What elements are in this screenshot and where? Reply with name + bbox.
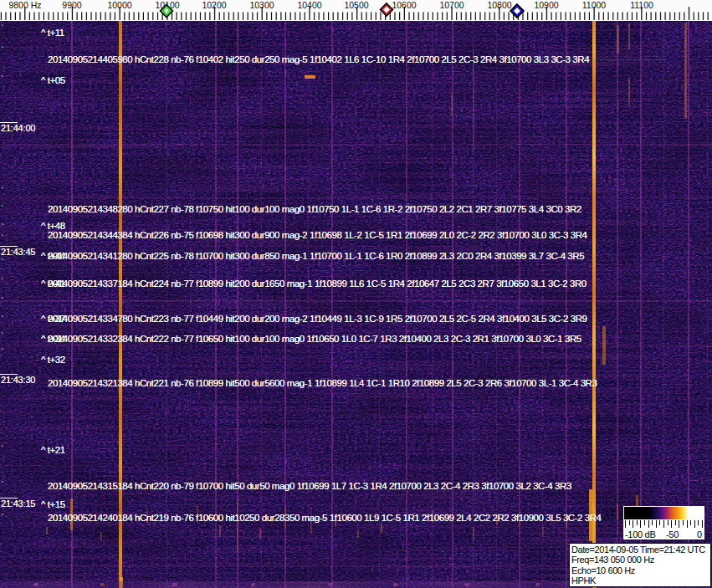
svg-text:10200: 10200 bbox=[202, 0, 226, 10]
svg-text:10400: 10400 bbox=[297, 0, 321, 10]
svg-text:9800 Hz: 9800 Hz bbox=[8, 0, 41, 10]
svg-text:9900: 9900 bbox=[62, 0, 82, 10]
svg-text:10300: 10300 bbox=[249, 0, 274, 10]
svg-text:11100: 11100 bbox=[630, 0, 653, 10]
svg-text:11000: 11000 bbox=[582, 0, 607, 10]
svg-text:10500: 10500 bbox=[344, 0, 368, 10]
svg-text:10900: 10900 bbox=[534, 0, 558, 10]
svg-text:10700: 10700 bbox=[439, 0, 464, 10]
svg-text:10600: 10600 bbox=[392, 0, 416, 10]
svg-text:10000: 10000 bbox=[107, 0, 131, 10]
svg-text:10800: 10800 bbox=[487, 0, 511, 10]
